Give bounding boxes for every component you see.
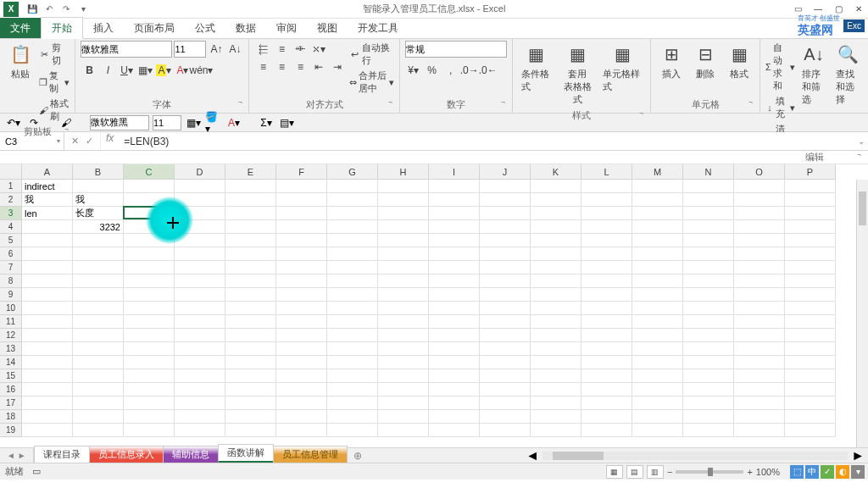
cell-I1[interactable]: [429, 180, 480, 193]
cell-L7[interactable]: [581, 261, 632, 274]
cell-P6[interactable]: [785, 247, 836, 261]
cell-J9[interactable]: [480, 288, 531, 302]
col-header-L[interactable]: L: [581, 164, 632, 180]
cell-A15[interactable]: [22, 369, 73, 383]
cell-P11[interactable]: [785, 315, 836, 329]
cell-P7[interactable]: [785, 261, 836, 274]
cut-button[interactable]: ✂剪切: [39, 41, 70, 68]
row-header-9[interactable]: 9: [0, 288, 22, 302]
cell-H9[interactable]: [378, 288, 429, 302]
cell-C11[interactable]: [124, 315, 175, 329]
sheet-nav[interactable]: ◄ ►: [0, 448, 34, 463]
cell-B15[interactable]: [73, 369, 124, 383]
cell-O2[interactable]: [734, 193, 785, 207]
cell-F15[interactable]: [276, 369, 327, 383]
cell-G1[interactable]: [327, 180, 378, 193]
cell-I16[interactable]: [429, 383, 480, 396]
cell-D3[interactable]: [175, 207, 225, 220]
cell-D8[interactable]: [175, 274, 225, 288]
row-header-2[interactable]: 2: [0, 193, 22, 207]
cell-A7[interactable]: [22, 261, 73, 274]
col-header-J[interactable]: J: [480, 164, 531, 180]
cell-A14[interactable]: [22, 356, 73, 369]
cell-O8[interactable]: [734, 274, 785, 288]
cell-E7[interactable]: [225, 261, 276, 274]
cell-K2[interactable]: [531, 193, 581, 207]
align-bottom-icon[interactable]: ⬲: [292, 41, 309, 58]
cell-L16[interactable]: [581, 383, 632, 396]
tab-view[interactable]: 视图: [307, 18, 348, 38]
cell-F1[interactable]: [276, 180, 327, 193]
view-normal-icon[interactable]: ▦: [606, 465, 623, 479]
conditional-format-button[interactable]: ▦条件格式: [518, 41, 555, 95]
cell-E14[interactable]: [225, 356, 276, 369]
tab-review[interactable]: 审阅: [266, 18, 307, 38]
phonetic-button[interactable]: wén▾: [192, 62, 209, 79]
row-header-14[interactable]: 14: [0, 356, 22, 369]
cell-L10[interactable]: [581, 302, 632, 315]
cell-M13[interactable]: [632, 342, 683, 356]
view-page-break-icon[interactable]: ▥: [647, 465, 664, 479]
cell-O16[interactable]: [734, 383, 785, 396]
cell-M11[interactable]: [632, 315, 683, 329]
cell-G7[interactable]: [327, 261, 378, 274]
cell-H10[interactable]: [378, 302, 429, 315]
increase-decimal-icon[interactable]: .0→: [461, 62, 478, 79]
cell-A9[interactable]: [22, 288, 73, 302]
cell-H1[interactable]: [378, 180, 429, 193]
cell-E11[interactable]: [225, 315, 276, 329]
cell-C13[interactable]: [124, 342, 175, 356]
cell-P10[interactable]: [785, 302, 836, 315]
row-header-1[interactable]: 1: [0, 180, 22, 193]
cell-B3[interactable]: 长度: [73, 207, 124, 220]
cell-E15[interactable]: [225, 369, 276, 383]
cell-P15[interactable]: [785, 369, 836, 383]
cell-styles-button[interactable]: ▦单元格样式: [599, 41, 645, 95]
cell-I3[interactable]: [429, 207, 480, 220]
cell-P5[interactable]: [785, 234, 836, 247]
cell-K8[interactable]: [531, 274, 581, 288]
cell-L18[interactable]: [581, 410, 632, 424]
expand-formula-icon[interactable]: ⌄: [854, 132, 868, 150]
font-family-select[interactable]: [81, 41, 172, 58]
cell-C12[interactable]: [124, 329, 175, 342]
cell-N8[interactable]: [683, 274, 734, 288]
cell-H3[interactable]: [378, 207, 429, 220]
sub-font-select[interactable]: [90, 115, 149, 130]
cell-B8[interactable]: [73, 274, 124, 288]
cell-M3[interactable]: [632, 207, 683, 220]
cell-L11[interactable]: [581, 315, 632, 329]
cell-N17[interactable]: [683, 396, 734, 410]
format-cells-button[interactable]: ▦格式: [724, 41, 754, 82]
sub-sort-icon[interactable]: ▤▾: [278, 114, 295, 131]
cell-G19[interactable]: [327, 424, 378, 437]
cell-L14[interactable]: [581, 356, 632, 369]
cell-A5[interactable]: [22, 234, 73, 247]
row-header-18[interactable]: 18: [0, 410, 22, 424]
cell-A1[interactable]: indirect: [22, 180, 73, 193]
cell-M12[interactable]: [632, 329, 683, 342]
cell-I17[interactable]: [429, 396, 480, 410]
cell-K18[interactable]: [531, 410, 581, 424]
cell-L3[interactable]: [581, 207, 632, 220]
cell-G11[interactable]: [327, 315, 378, 329]
cell-J17[interactable]: [480, 396, 531, 410]
cell-E13[interactable]: [225, 342, 276, 356]
row-header-3[interactable]: 3: [0, 207, 22, 220]
qat-dropdown-icon[interactable]: ▾: [76, 3, 90, 16]
cell-M15[interactable]: [632, 369, 683, 383]
cell-N6[interactable]: [683, 247, 734, 261]
cell-J12[interactable]: [480, 329, 531, 342]
col-header-M[interactable]: M: [632, 164, 683, 180]
name-box[interactable]: C3: [0, 132, 64, 150]
cell-B7[interactable]: [73, 261, 124, 274]
cell-B6[interactable]: [73, 247, 124, 261]
hscroll-right-icon[interactable]: ►: [851, 448, 865, 463]
tab-data[interactable]: 数据: [225, 18, 266, 38]
cell-F9[interactable]: [276, 288, 327, 302]
cell-B5[interactable]: [73, 234, 124, 247]
cell-D13[interactable]: [175, 342, 225, 356]
number-format-select[interactable]: [405, 41, 507, 58]
sheet-tab-course-list[interactable]: 课程目录: [34, 446, 90, 463]
cell-B14[interactable]: [73, 356, 124, 369]
